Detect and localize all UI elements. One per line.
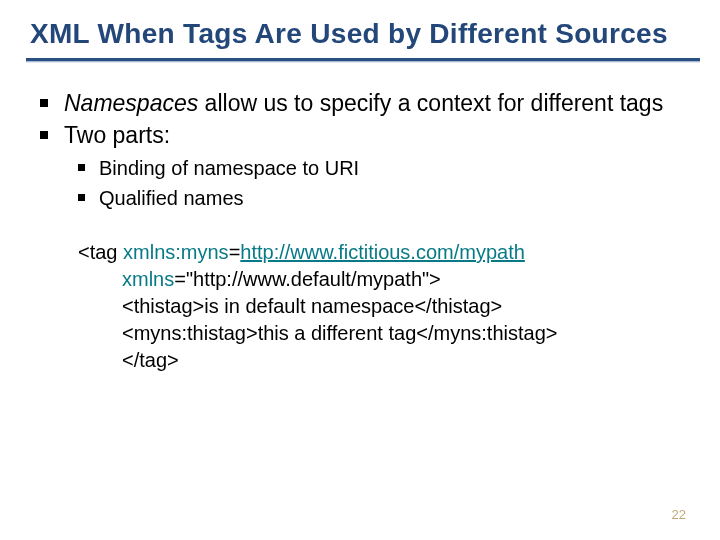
code-text: <thistag>is in default namespace</thista… — [78, 293, 502, 320]
bullet-item: Two parts: — [40, 121, 690, 151]
sub-bullet-item: Binding of namespace to URI — [78, 155, 690, 181]
code-line: xmlns="http://www.default/mypath"> — [78, 266, 690, 293]
slide-title: XML When Tags Are Used by Different Sour… — [30, 18, 690, 50]
code-text: </tag> — [78, 347, 179, 374]
square-bullet-icon — [78, 164, 85, 171]
square-bullet-icon — [40, 131, 48, 139]
sub-bullet-item: Qualified names — [78, 185, 690, 211]
title-divider — [26, 58, 700, 63]
code-line: <tag xmlns:myns=http://www.fictitious.co… — [78, 239, 690, 266]
bullet-text: Two parts: — [64, 121, 170, 151]
code-text: = — [229, 241, 241, 263]
code-line: <myns:thistag>this a different tag</myns… — [78, 320, 690, 347]
code-attr: xmlns:myns — [123, 241, 229, 263]
code-text: <myns:thistag>this a different tag</myns… — [78, 320, 557, 347]
square-bullet-icon — [78, 194, 85, 201]
code-line: </tag> — [78, 347, 690, 374]
code-line: <thistag>is in default namespace</thista… — [78, 293, 690, 320]
sub-bullet-text: Binding of namespace to URI — [99, 155, 359, 181]
italic-term: Namespaces — [64, 90, 198, 116]
code-attr: xmlns — [122, 268, 174, 290]
code-text: ="http://www.default/mypath"> — [174, 268, 441, 290]
bullet-item: Namespaces allow us to specify a context… — [40, 89, 690, 119]
code-text: <tag — [78, 241, 123, 263]
bullet-rest: Two parts: — [64, 122, 170, 148]
bullet-text: Namespaces allow us to specify a context… — [64, 89, 663, 119]
page-number: 22 — [672, 507, 686, 522]
code-url: http://www.fictitious.com/mypath — [240, 241, 525, 263]
sub-bullet-text: Qualified names — [99, 185, 244, 211]
bullet-rest: allow us to specify a context for differ… — [198, 90, 663, 116]
square-bullet-icon — [40, 99, 48, 107]
code-example: <tag xmlns:myns=http://www.fictitious.co… — [78, 239, 690, 374]
